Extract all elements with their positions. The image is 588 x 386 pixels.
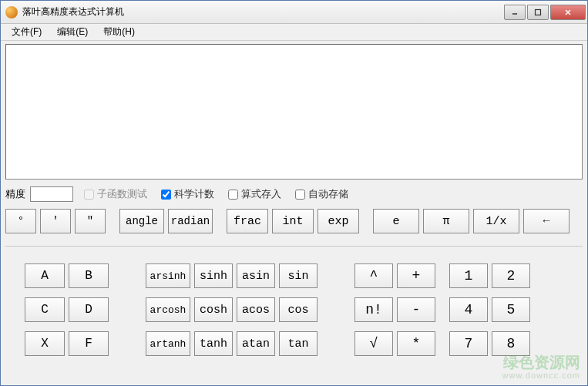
menu-file[interactable]: 文件(F) <box>4 24 49 40</box>
content-area: 精度 子函数测试 科学计数 算式存入 自动存储 ° ′ <box>1 41 587 385</box>
titlebar: 落叶高精度表达式计算机 <box>1 1 587 24</box>
btn-atan[interactable]: atan <box>237 331 275 356</box>
btn-2[interactable]: 2 <box>492 263 530 288</box>
btn-arcosh[interactable]: arcosh <box>146 297 190 322</box>
btn-backspace[interactable]: ← <box>523 209 570 233</box>
btn-angle[interactable]: angle <box>119 209 164 233</box>
btn-5[interactable]: 5 <box>492 297 530 322</box>
btn-hex-b[interactable]: B <box>69 263 109 288</box>
menu-edit[interactable]: 编辑(E) <box>49 24 96 40</box>
close-button[interactable] <box>550 5 586 20</box>
btn-hex-x[interactable]: X <box>25 331 65 356</box>
btn-8[interactable]: 8 <box>492 331 530 356</box>
keypad-row-1: ° ′ ″ angle radian frac int exp e π 1/x … <box>5 209 583 233</box>
precision-input[interactable] <box>30 186 73 202</box>
btn-arsinh[interactable]: arsinh <box>146 263 190 288</box>
keypad: ° ′ ″ angle radian frac int exp e π 1/x … <box>5 209 583 356</box>
btn-factorial[interactable]: n! <box>354 297 393 322</box>
window-title: 落叶高精度表达式计算机 <box>22 5 502 18</box>
btn-hex-c[interactable]: C <box>25 297 65 322</box>
btn-reciprocal[interactable]: 1/x <box>473 209 519 233</box>
btn-e[interactable]: e <box>373 209 419 233</box>
checkbox-save-expr-input[interactable] <box>228 190 238 200</box>
maximize-button[interactable] <box>527 5 549 20</box>
btn-acos[interactable]: acos <box>237 297 275 322</box>
btn-pi[interactable]: π <box>423 209 469 233</box>
keypad-row-2: A B arsinh sinh asin sin ^ + 1 2 <box>5 263 583 288</box>
checkbox-subfunc-test-input <box>84 190 94 200</box>
svg-rect-1 <box>536 9 541 15</box>
checkbox-auto-save[interactable]: 自动存储 <box>295 187 348 201</box>
checkbox-auto-save-input[interactable] <box>295 190 305 200</box>
btn-minute[interactable]: ′ <box>40 209 71 233</box>
btn-1[interactable]: 1 <box>449 263 488 288</box>
checkbox-save-expr-label: 算式存入 <box>241 187 281 201</box>
btn-sinh[interactable]: sinh <box>194 263 233 288</box>
app-icon <box>5 6 18 18</box>
btn-7[interactable]: 7 <box>449 331 488 356</box>
btn-radian[interactable]: radian <box>168 209 213 233</box>
btn-tan[interactable]: tan <box>279 331 318 356</box>
btn-exp[interactable]: exp <box>318 209 359 233</box>
keypad-row-4: X F artanh tanh atan tan √ * 7 8 <box>5 331 583 356</box>
window-controls <box>502 5 586 20</box>
btn-second[interactable]: ″ <box>75 209 106 233</box>
btn-power[interactable]: ^ <box>354 263 393 288</box>
minimize-button[interactable] <box>504 5 526 20</box>
menubar: 文件(F) 编辑(E) 帮助(H) <box>1 24 587 41</box>
btn-asin[interactable]: asin <box>237 263 275 288</box>
btn-hex-d[interactable]: D <box>69 297 109 322</box>
checkbox-sci-notation-input[interactable] <box>161 190 171 200</box>
btn-multiply[interactable]: * <box>397 331 435 356</box>
btn-sqrt[interactable]: √ <box>354 331 393 356</box>
divider <box>5 246 583 247</box>
expression-display[interactable] <box>5 44 583 180</box>
btn-frac[interactable]: frac <box>227 209 268 233</box>
btn-hex-a[interactable]: A <box>25 263 65 288</box>
checkbox-sci-notation[interactable]: 科学计数 <box>161 187 214 201</box>
btn-cos[interactable]: cos <box>279 297 318 322</box>
btn-degree[interactable]: ° <box>5 209 36 233</box>
btn-sin[interactable]: sin <box>279 263 318 288</box>
precision-label: 精度 <box>5 187 25 201</box>
app-window: 落叶高精度表达式计算机 文件(F) 编辑(E) 帮助(H) 精度 子函数测试 <box>0 0 588 386</box>
btn-tanh[interactable]: tanh <box>194 331 233 356</box>
btn-minus[interactable]: - <box>397 297 435 322</box>
menu-help[interactable]: 帮助(H) <box>96 24 143 40</box>
btn-artanh[interactable]: artanh <box>146 331 190 356</box>
options-row: 精度 子函数测试 科学计数 算式存入 自动存储 <box>5 184 583 204</box>
checkbox-subfunc-test-label: 子函数测试 <box>97 187 147 201</box>
btn-int[interactable]: int <box>272 209 314 233</box>
btn-4[interactable]: 4 <box>449 297 488 322</box>
checkbox-auto-save-label: 自动存储 <box>308 187 348 201</box>
btn-plus[interactable]: + <box>397 263 435 288</box>
checkbox-subfunc-test: 子函数测试 <box>84 187 147 201</box>
btn-cosh[interactable]: cosh <box>194 297 233 322</box>
checkbox-sci-notation-label: 科学计数 <box>174 187 214 201</box>
btn-hex-f[interactable]: F <box>69 331 109 356</box>
keypad-row-3: C D arcosh cosh acos cos n! - 4 5 <box>5 297 583 322</box>
checkbox-save-expr[interactable]: 算式存入 <box>228 187 281 201</box>
